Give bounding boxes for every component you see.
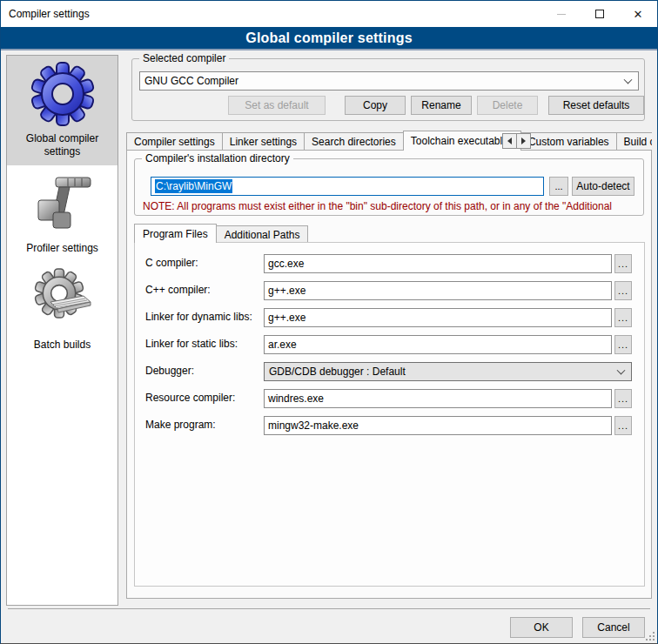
subtab-label: Program Files — [143, 228, 208, 240]
titlebar: Compiler settings ✕ — [1, 1, 657, 27]
linker-dynamic-browse-button[interactable]: ... — [614, 308, 632, 327]
debugger-select-value: GDB/CDB debugger : Default — [269, 366, 406, 378]
tab-compiler-settings[interactable]: Compiler settings — [126, 132, 223, 151]
linker-static-browse-button[interactable]: ... — [614, 335, 632, 354]
compiler-select[interactable]: GNU GCC Compiler — [139, 71, 639, 91]
make-program-browse-button[interactable]: ... — [614, 416, 632, 435]
arrow-left-icon — [507, 138, 512, 144]
minimize-button[interactable] — [542, 1, 581, 27]
tab-label: Compiler settings — [134, 136, 215, 148]
tab-search-directories[interactable]: Search directories — [304, 132, 404, 151]
button-label: Reset defaults — [563, 99, 630, 111]
cpp-compiler-input[interactable]: g++.exe — [264, 281, 612, 300]
field-value: gcc.exe — [268, 258, 304, 270]
program-files-page: C compiler: gcc.exe ... C++ compiler: g+… — [134, 242, 645, 587]
button-label: Auto-detect — [576, 180, 629, 192]
selected-compiler-group: Selected compiler GNU GCC Compiler Set a… — [131, 58, 645, 121]
field-value: g++.exe — [268, 312, 306, 324]
button-label: ... — [618, 258, 628, 269]
ok-button[interactable]: OK — [510, 617, 573, 638]
field-value: g++.exe — [268, 285, 306, 297]
auto-detect-button[interactable]: Auto-detect — [572, 177, 634, 196]
chevron-down-icon — [617, 366, 626, 375]
caliper-icon — [30, 171, 96, 237]
blue-gear-icon — [30, 61, 96, 127]
gear-stack-icon — [30, 267, 96, 333]
installation-note: NOTE: All programs must exist either in … — [143, 200, 640, 212]
linker-dynamic-input[interactable]: g++.exe — [264, 308, 612, 327]
tab-linker-settings[interactable]: Linker settings — [222, 132, 305, 151]
field-label-debugger: Debugger: — [145, 365, 194, 377]
tab-scroll-arrows — [503, 133, 531, 149]
button-label: Rename — [421, 99, 460, 111]
tab-build-options[interactable]: Build options — [616, 132, 652, 151]
c-compiler-input[interactable]: gcc.exe — [264, 254, 612, 273]
sidebar-item-profiler-settings[interactable]: Profiler settings — [7, 165, 118, 262]
field-label-c-compiler: C compiler: — [145, 257, 198, 269]
button-label: Delete — [493, 99, 523, 111]
minimize-icon — [557, 14, 566, 15]
footer-divider — [8, 608, 650, 609]
button-label: OK — [534, 621, 548, 634]
field-value: ar.exe — [268, 339, 297, 351]
sidebar-item-label: Batch builds — [34, 339, 91, 352]
button-label: ... — [618, 285, 628, 296]
banner-title: Global compiler settings — [245, 30, 413, 46]
tab-label: Toolchain executables — [411, 135, 514, 147]
group-label: Selected compiler — [139, 52, 229, 64]
field-label-linker-dynamic: Linker for dynamic libs: — [145, 311, 252, 323]
resource-compiler-input[interactable]: windres.exe — [264, 389, 612, 408]
c-compiler-browse-button[interactable]: ... — [614, 254, 632, 273]
field-label-linker-static: Linker for static libs: — [145, 338, 238, 350]
button-label: ... — [618, 339, 628, 350]
resize-grip[interactable] — [646, 632, 655, 641]
button-label: ... — [618, 420, 628, 431]
tab-label: Search directories — [312, 136, 396, 148]
resource-compiler-browse-button[interactable]: ... — [614, 389, 632, 408]
group-label: Compiler's installation directory — [142, 152, 293, 164]
compiler-select-value: GNU GCC Compiler — [144, 75, 238, 87]
linker-static-input[interactable]: ar.exe — [264, 335, 612, 354]
tab-label: Build options — [624, 136, 652, 148]
tab-label: Linker settings — [230, 136, 297, 148]
button-label: Copy — [363, 99, 387, 111]
toolchain-executables-page: Compiler's installation directory C:\ray… — [126, 150, 652, 599]
arrow-right-icon — [521, 138, 526, 144]
close-button[interactable]: ✕ — [619, 1, 657, 27]
field-value: windres.exe — [268, 392, 324, 405]
button-label: ... — [618, 312, 628, 323]
tab-custom-variables[interactable]: Custom variables — [520, 132, 617, 151]
button-label: ... — [554, 181, 562, 191]
dialog-banner: Global compiler settings — [1, 27, 657, 50]
copy-button[interactable]: Copy — [345, 96, 406, 115]
cpp-compiler-browse-button[interactable]: ... — [614, 281, 632, 300]
reset-defaults-button[interactable]: Reset defaults — [548, 96, 644, 115]
sidebar-item-global-compiler-settings[interactable]: Global compiler settings — [7, 56, 118, 165]
subtab-program-files[interactable]: Program Files — [134, 224, 217, 243]
rename-button[interactable]: Rename — [411, 96, 472, 115]
field-label-cpp-compiler: C++ compiler: — [145, 284, 211, 296]
installation-directory-group: Compiler's installation directory C:\ray… — [134, 158, 644, 216]
installation-directory-input[interactable]: C:\raylib\MinGW — [151, 177, 544, 196]
set-as-default-button[interactable]: Set as default — [228, 96, 326, 115]
maximize-button[interactable] — [581, 1, 619, 27]
subtab-additional-paths[interactable]: Additional Paths — [216, 225, 309, 243]
tab-scroll-left-button[interactable] — [502, 133, 517, 149]
chevron-down-icon — [624, 76, 633, 84]
delete-button[interactable]: Delete — [477, 96, 538, 115]
maximize-icon — [595, 10, 604, 18]
field-label-make-program: Make program: — [145, 419, 216, 431]
compiler-settings-dialog: Compiler settings ✕ Global compiler sett… — [0, 0, 658, 644]
programs-subtabstrip: Program Files Additional Paths — [134, 224, 307, 243]
settings-category-list: Global compiler settings Profiler settin… — [6, 55, 118, 606]
make-program-input[interactable]: mingw32-make.exe — [264, 416, 612, 435]
window-title: Compiler settings — [1, 8, 90, 20]
tab-scroll-right-button[interactable] — [516, 133, 531, 149]
browse-directory-button[interactable]: ... — [549, 177, 568, 196]
settings-tabstrip: Compiler settings Linker settings Search… — [126, 131, 652, 151]
cancel-button[interactable]: Cancel — [582, 617, 645, 638]
debugger-select[interactable]: GDB/CDB debugger : Default — [264, 362, 632, 381]
installation-directory-value: C:\raylib\MinGW — [155, 179, 232, 193]
field-label-resource-compiler: Resource compiler: — [145, 392, 235, 404]
sidebar-item-batch-builds[interactable]: Batch builds — [7, 262, 118, 359]
